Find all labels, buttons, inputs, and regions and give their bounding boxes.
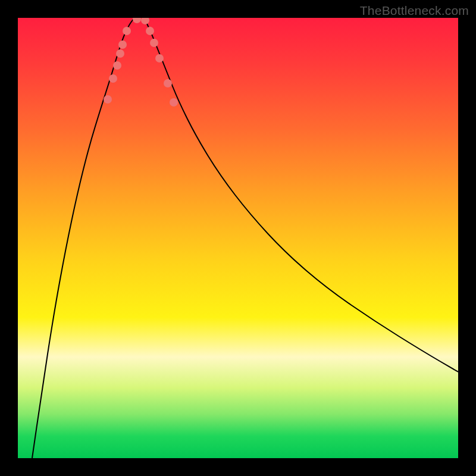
marker-dot [150,39,158,47]
chart-frame: TheBottleneck.com [0,0,476,476]
right-curve [144,18,458,372]
marker-dot [155,54,164,62]
marker-dot [146,27,154,35]
marker-dot [123,27,131,35]
plot-area [18,18,458,458]
curve-layer [18,18,458,458]
marker-dots [104,18,178,107]
marker-dot [113,61,121,70]
marker-dot [118,40,127,49]
marker-dot [109,74,117,83]
marker-dot [104,95,112,104]
marker-dot [164,79,172,87]
marker-dot [133,18,141,23]
marker-dot [170,98,178,107]
watermark-text: TheBottleneck.com [360,4,469,18]
marker-dot [116,49,124,58]
marker-dot [141,18,149,24]
left-curve [32,18,134,458]
